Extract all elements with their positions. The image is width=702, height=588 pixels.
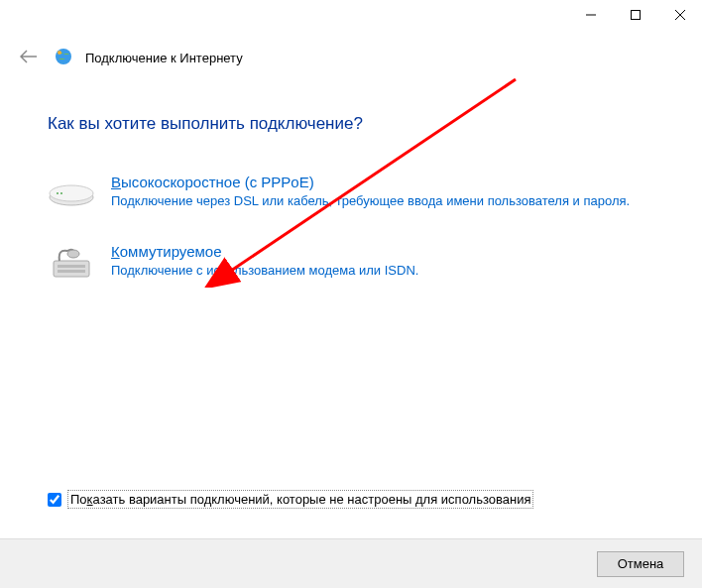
- titlebar: [0, 0, 702, 32]
- svg-rect-12: [58, 270, 85, 273]
- cancel-button[interactable]: Отмена: [597, 551, 684, 577]
- svg-point-13: [67, 250, 79, 258]
- svg-point-5: [58, 51, 61, 55]
- option-dialup[interactable]: Коммутируемое Подключение с использовани…: [48, 243, 643, 283]
- svg-rect-11: [58, 265, 85, 268]
- show-all-options-row[interactable]: Показать варианты подключений, которые н…: [48, 490, 533, 509]
- svg-rect-10: [54, 261, 89, 277]
- header: Подключение к Интернету: [0, 32, 702, 76]
- option-dialup-desc: Подключение с использованием модема или …: [111, 262, 643, 280]
- page-heading: Как вы хотите выполнить подключение?: [48, 114, 654, 134]
- option-dialup-title: Коммутируемое: [111, 243, 643, 260]
- dialup-modem-icon: [48, 243, 95, 283]
- show-all-options-label[interactable]: Показать варианты подключений, которые н…: [67, 490, 533, 509]
- svg-point-9: [60, 192, 62, 194]
- option-broadband-title: Высокоскоростное (с PPPoE): [111, 174, 643, 190]
- show-all-options-checkbox[interactable]: [48, 493, 61, 507]
- close-button[interactable]: [657, 0, 702, 30]
- option-broadband-desc: Подключение через DSL или кабель, требую…: [111, 192, 643, 210]
- modem-icon: [48, 174, 95, 213]
- maximize-button[interactable]: [613, 0, 657, 30]
- svg-rect-1: [631, 11, 640, 20]
- svg-point-7: [50, 185, 93, 201]
- svg-point-4: [56, 49, 71, 64]
- content-area: Как вы хотите выполнить подключение? Выс…: [0, 76, 702, 283]
- window-title: Подключение к Интернету: [85, 51, 243, 65]
- bottom-bar: Отмена: [0, 538, 702, 588]
- back-arrow-icon[interactable]: [16, 44, 42, 72]
- option-broadband-text: Высокоскоростное (с PPPoE) Подключение ч…: [111, 174, 643, 213]
- globe-icon: [54, 47, 73, 69]
- minimize-button[interactable]: [568, 0, 613, 30]
- svg-point-8: [57, 192, 58, 194]
- option-broadband[interactable]: Высокоскоростное (с PPPoE) Подключение ч…: [48, 174, 643, 213]
- option-dialup-text: Коммутируемое Подключение с использовани…: [111, 243, 643, 283]
